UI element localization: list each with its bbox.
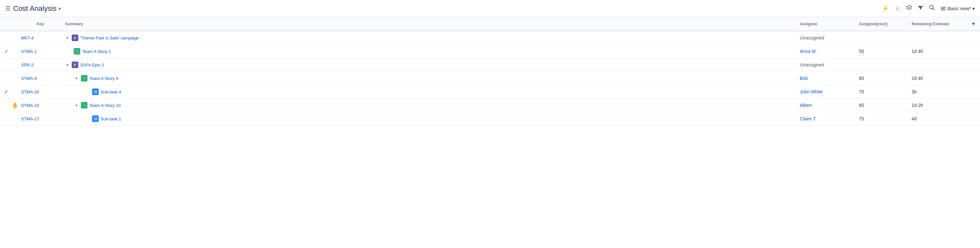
- row-key: STMA-17: [18, 112, 61, 126]
- th-remaining: Remaining Estimate: [908, 17, 967, 31]
- table-row: ✋STMA-10 ▾ ↑ Team A Story 10 Albert651d …: [0, 99, 980, 112]
- key-link[interactable]: SPR-2: [21, 62, 33, 67]
- row-remaining: [908, 31, 967, 45]
- key-link[interactable]: MKT-4: [21, 35, 33, 40]
- assignee-link[interactable]: Claire T.: [800, 116, 816, 121]
- row-cost: 60: [855, 72, 908, 85]
- search-icon[interactable]: [929, 5, 935, 12]
- row-drag: [12, 85, 18, 99]
- row-summary: ⊡ Sub-task 4: [61, 85, 796, 99]
- summary-cell: ↑ Team A Story 1: [65, 48, 792, 55]
- row-add: [967, 45, 980, 58]
- expand-arrow-icon[interactable]: ▾: [65, 36, 70, 40]
- row-status: ✓: [0, 45, 12, 58]
- subtask-icon: ⊡: [92, 116, 99, 122]
- cost-value: 65: [859, 103, 864, 108]
- row-drag: [12, 31, 18, 45]
- table-body: MKT-4 ▾ ⚡ 'Theme Park is Safe' campaign …: [0, 31, 980, 126]
- row-key: STMA-9: [18, 72, 61, 85]
- summary-cell: ⊡ Sub-task 4: [65, 89, 792, 95]
- app-header: ☰ Cost Analysis ▾ ⚡ ☆: [0, 0, 980, 17]
- key-link[interactable]: STMA-1: [21, 49, 37, 54]
- row-add: [967, 112, 980, 126]
- summary-link[interactable]: Team A Story 9: [89, 76, 118, 81]
- expand-arrow-icon[interactable]: ▾: [65, 63, 70, 67]
- summary-link[interactable]: SAFe Epic 2: [80, 62, 104, 67]
- data-table: Key Summary Assignee Assignee[cost] Rema…: [0, 17, 980, 126]
- th-summary: Summary: [61, 17, 796, 31]
- row-key: MKT-4: [18, 31, 61, 45]
- th-status: [0, 17, 12, 31]
- row-assignee: John White: [796, 85, 855, 99]
- expand-arrow-icon[interactable]: ▾: [74, 103, 79, 108]
- cost-value: 75: [859, 116, 864, 121]
- remaining-value: 4d: [912, 116, 917, 121]
- row-remaining: [908, 58, 967, 72]
- bookmark-icon[interactable]: ☆: [895, 5, 900, 12]
- row-cost: 55: [855, 45, 908, 58]
- remaining-value: 1d 2h: [912, 103, 923, 108]
- header-left: ☰ Cost Analysis ▾: [5, 4, 61, 13]
- row-cost: 75: [855, 112, 908, 126]
- assignee-link[interactable]: Albert: [800, 103, 812, 108]
- layers-icon[interactable]: [906, 5, 912, 12]
- row-summary: ↑ Team A Story 1: [61, 45, 796, 58]
- row-status: [0, 58, 12, 72]
- summary-link[interactable]: Team A Story 1: [82, 49, 111, 54]
- drag-handle-icon[interactable]: ✋: [12, 103, 18, 108]
- expand-arrow-icon[interactable]: ▾: [74, 76, 79, 81]
- row-cost: 70: [855, 85, 908, 99]
- subtask-icon: ⊡: [92, 89, 99, 95]
- check-icon: ✓: [4, 49, 8, 54]
- cost-value: 60: [859, 76, 864, 81]
- row-add: [967, 85, 980, 99]
- lightning-icon[interactable]: ⚡: [881, 5, 889, 12]
- summary-link[interactable]: Sub-task 4: [101, 89, 121, 94]
- summary-cell: ▾ ↑ Team A Story 10: [65, 102, 792, 108]
- row-add: [967, 58, 980, 72]
- view-chevron-icon: ▾: [972, 6, 975, 11]
- title-chevron-icon[interactable]: ▾: [59, 6, 61, 11]
- story-icon: ↑: [74, 48, 80, 55]
- row-status: [0, 72, 12, 85]
- row-remaining: 1d 2h: [908, 99, 967, 112]
- table-row: SPR-2 ▾ ⚡ SAFe Epic 2 Unassigned: [0, 58, 980, 72]
- th-key: Key: [18, 17, 61, 31]
- assignee-link[interactable]: Anna M.: [800, 49, 817, 54]
- summary-cell: ▾ ⚡ SAFe Epic 2: [65, 62, 792, 68]
- row-cost: 65: [855, 99, 908, 112]
- row-key: STMA-1: [18, 45, 61, 58]
- summary-link[interactable]: Sub-task 1: [101, 116, 121, 121]
- add-column-icon[interactable]: +: [972, 21, 975, 27]
- key-link[interactable]: STMA-9: [21, 76, 37, 81]
- row-add: [967, 72, 980, 85]
- table-row: STMA-9 ▾ ↑ Team A Story 9 Bob602d 4h: [0, 72, 980, 85]
- cost-value: 70: [859, 89, 864, 94]
- filter-icon[interactable]: [918, 5, 923, 12]
- view-bars-icon: [941, 7, 946, 10]
- title-text: Cost Analysis: [13, 4, 57, 13]
- row-cost: [855, 31, 908, 45]
- row-cost: [855, 58, 908, 72]
- row-drag: ✋: [12, 99, 18, 112]
- view-selector[interactable]: Basic view* ▾: [941, 6, 975, 11]
- svg-line-1: [933, 8, 935, 10]
- summary-link[interactable]: Team A Story 10: [89, 103, 121, 108]
- summary-cell: ▾ ⚡ 'Theme Park is Safe' campaign: [65, 35, 792, 41]
- assignee-link[interactable]: Bob: [800, 76, 808, 81]
- header-right: ⚡ ☆ Basic view* ▾: [881, 5, 975, 12]
- summary-link[interactable]: 'Theme Park is Safe' campaign: [80, 35, 139, 40]
- row-key: SPR-2: [18, 58, 61, 72]
- story-icon: ↑: [81, 102, 88, 108]
- row-add: [967, 99, 980, 112]
- row-remaining: 3h: [908, 85, 967, 99]
- th-assignee-cost: Assignee[cost]: [855, 17, 908, 31]
- assignee-link[interactable]: John White: [800, 89, 823, 94]
- th-add[interactable]: +: [967, 17, 980, 31]
- key-link[interactable]: STMA-10: [21, 103, 39, 108]
- row-status: ✓: [0, 85, 12, 99]
- key-link[interactable]: STMA-20: [21, 89, 39, 94]
- remaining-value: 3h: [912, 89, 917, 94]
- key-link[interactable]: STMA-17: [21, 116, 39, 121]
- row-assignee: Albert: [796, 99, 855, 112]
